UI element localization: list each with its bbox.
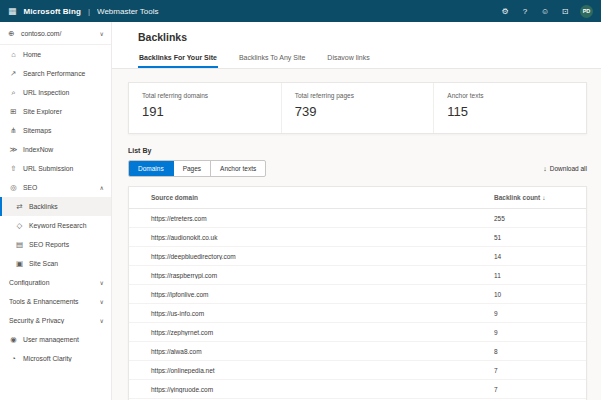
sidebar-item-label: User management xyxy=(23,336,104,343)
feedback-smiley-icon[interactable]: ☺ xyxy=(540,7,550,16)
topbar-actions: ⚙ ? ☺ ⊡ PD xyxy=(500,5,593,18)
table-row[interactable]: https://yingruode.com 7 xyxy=(129,380,586,399)
table-row[interactable]: https://deepbluedirectory.com 14 xyxy=(129,247,586,266)
chevron-down-icon: ∨ xyxy=(100,279,104,286)
download-icon: ↓ xyxy=(543,165,547,172)
table-row[interactable]: https://raspberrypi.com 11 xyxy=(129,266,586,285)
source-domain-link[interactable]: https://alwa8.com xyxy=(129,348,494,355)
backlink-count-value: 8 xyxy=(494,348,586,355)
sidebar-item-label: Keyword Research xyxy=(29,222,104,229)
sidebar-item-label: Sitemaps xyxy=(23,127,104,134)
sidebar-item-label: Backlinks xyxy=(29,203,104,210)
site-scan-icon: ▣ xyxy=(15,259,24,268)
column-header-backlink-count[interactable]: Backlink count↓ xyxy=(494,194,586,201)
microsoft-clarity-icon: ◔ xyxy=(9,354,18,363)
chevron-down-icon: ∨ xyxy=(100,30,104,37)
home-icon: ⌂ xyxy=(9,50,18,59)
sidebar-item-microsoft-clarity[interactable]: ◔ Microsoft Clarity xyxy=(0,349,111,368)
sidebar-section-label: Security & Privacy xyxy=(9,317,95,324)
sidebar-item-site-scan[interactable]: ▣ Site Scan xyxy=(0,254,111,273)
sidebar-item-indexnow[interactable]: ≫ IndexNow xyxy=(0,140,111,159)
sidebar-item-label: URL Inspection xyxy=(23,89,104,96)
tab-backlinks-to-any-site[interactable]: Backlinks To Any Site xyxy=(238,50,306,68)
backlink-count-value: 10 xyxy=(494,291,586,298)
page-header: Backlinks Backlinks For Your Site Backli… xyxy=(112,22,601,69)
main-content: Backlinks Backlinks For Your Site Backli… xyxy=(112,22,601,400)
list-by-controls: Domains Pages Anchor texts ↓ Download al… xyxy=(128,160,587,177)
list-by-option-anchor-texts[interactable]: Anchor texts xyxy=(211,161,265,176)
top-bar: ▦ Microsoft Bing | Webmaster Tools ⚙ ? ☺… xyxy=(0,0,601,22)
source-domain-link[interactable]: https://ipfonlive.com xyxy=(129,291,494,298)
list-by-section: List By Domains Pages Anchor texts ↓ Dow… xyxy=(128,147,587,177)
backlink-count-value: 14 xyxy=(494,253,586,260)
column-header-label: Backlink count xyxy=(494,194,540,201)
stat-value: 191 xyxy=(142,104,268,119)
stat-label: Anchor texts xyxy=(447,92,573,99)
sidebar-section-configuration[interactable]: Configuration ∨ xyxy=(0,273,111,292)
seo-icon: ◎ xyxy=(9,183,18,192)
sidebar-item-user-management[interactable]: ◉ User management xyxy=(0,330,111,349)
sidebar-item-label: URL Submission xyxy=(23,165,104,172)
backlink-count-value: 9 xyxy=(494,310,586,317)
table-row[interactable]: https://us-info.com 9 xyxy=(129,304,586,323)
source-domain-link[interactable]: https://onlinepedia.net xyxy=(129,367,494,374)
sidebar-item-home[interactable]: ⌂ Home xyxy=(0,45,111,64)
source-domain-link[interactable]: https://zephyrnet.com xyxy=(129,329,494,336)
source-domain-link[interactable]: https://etreters.com xyxy=(129,215,494,222)
backlink-count-value: 11 xyxy=(494,272,586,279)
backlinks-table: Source domain Backlink count↓ https://et… xyxy=(128,186,587,400)
tab-bar: Backlinks For Your Site Backlinks To Any… xyxy=(138,50,601,68)
stat-label: Total referring pages xyxy=(295,92,421,99)
source-domain-link[interactable]: https://audionokit.co.uk xyxy=(129,234,494,241)
source-domain-link[interactable]: https://us-info.com xyxy=(129,310,494,317)
sitemaps-icon: ⋔ xyxy=(9,126,18,135)
site-selector[interactable]: ⊕ contoso.com/ ∨ xyxy=(0,22,111,45)
sidebar-item-label: Site Scan xyxy=(29,260,104,267)
table-row[interactable]: https://audionokit.co.uk 51 xyxy=(129,228,586,247)
source-domain-link[interactable]: https://deepbluedirectory.com xyxy=(129,253,494,260)
brand-separator: | xyxy=(88,7,90,16)
sidebar-item-label: Home xyxy=(23,51,104,58)
tab-backlinks-for-your-site[interactable]: Backlinks For Your Site xyxy=(138,50,218,68)
table-row[interactable]: https://zephyrnet.com 9 xyxy=(129,323,586,342)
list-by-option-domains[interactable]: Domains xyxy=(129,161,174,176)
seo-reports-icon: ▤ xyxy=(15,240,24,249)
help-icon[interactable]: ? xyxy=(520,7,530,16)
user-avatar[interactable]: PD xyxy=(580,5,593,18)
sidebar-item-url-submission[interactable]: ⇧ URL Submission xyxy=(0,159,111,178)
settings-gear-icon[interactable]: ⚙ xyxy=(500,7,510,16)
table-row[interactable]: https://etreters.com 255 xyxy=(129,209,586,228)
table-row[interactable]: https://ipfonlive.com 10 xyxy=(129,285,586,304)
indexnow-icon: ≫ xyxy=(9,145,18,154)
notifications-icon[interactable]: ⊡ xyxy=(560,7,570,16)
source-domain-link[interactable]: https://raspberrypi.com xyxy=(129,272,494,279)
tab-disavow-links[interactable]: Disavow links xyxy=(326,50,370,68)
sidebar-section-security-privacy[interactable]: Security & Privacy ∨ xyxy=(0,311,111,330)
backlink-count-value: 51 xyxy=(494,234,586,241)
sidebar-item-search-performance[interactable]: ↗ Search Performance xyxy=(0,64,111,83)
app-name: Webmaster Tools xyxy=(97,7,159,16)
page-title: Backlinks xyxy=(138,31,601,43)
backlinks-icon: ⇄ xyxy=(15,202,24,211)
sort-descending-icon: ↓ xyxy=(542,194,545,201)
sidebar-item-backlinks[interactable]: ⇄ Backlinks xyxy=(0,197,111,216)
table-row[interactable]: https://alwa8.com 8 xyxy=(129,342,586,361)
sidebar-item-keyword-research[interactable]: ◇ Keyword Research xyxy=(0,216,111,235)
keyword-research-icon: ◇ xyxy=(15,221,24,230)
list-by-option-pages[interactable]: Pages xyxy=(174,161,211,176)
source-domain-link[interactable]: https://yingruode.com xyxy=(129,386,494,393)
download-all-button[interactable]: ↓ Download all xyxy=(543,165,587,172)
backlink-count-value: 7 xyxy=(494,386,586,393)
sidebar-section-seo[interactable]: ◎ SEO ∧ xyxy=(0,178,111,197)
sidebar-item-url-inspection[interactable]: ⌕ URL Inspection xyxy=(0,83,111,102)
sidebar-section-tools-enhancements[interactable]: Tools & Enhancements ∨ xyxy=(0,292,111,311)
sidebar-item-sitemaps[interactable]: ⋔ Sitemaps xyxy=(0,121,111,140)
stat-label: Total referring domains xyxy=(142,92,268,99)
sidebar-item-site-explorer[interactable]: ⊞ Site Explorer xyxy=(0,102,111,121)
app-launcher-icon[interactable]: ▦ xyxy=(8,7,17,16)
search-performance-icon: ↗ xyxy=(9,69,18,78)
sidebar-item-seo-reports[interactable]: ▤ SEO Reports xyxy=(0,235,111,254)
table-row[interactable]: https://onlinepedia.net 7 xyxy=(129,361,586,380)
sidebar-section-label: Configuration xyxy=(9,279,95,286)
stat-value: 739 xyxy=(295,104,421,119)
